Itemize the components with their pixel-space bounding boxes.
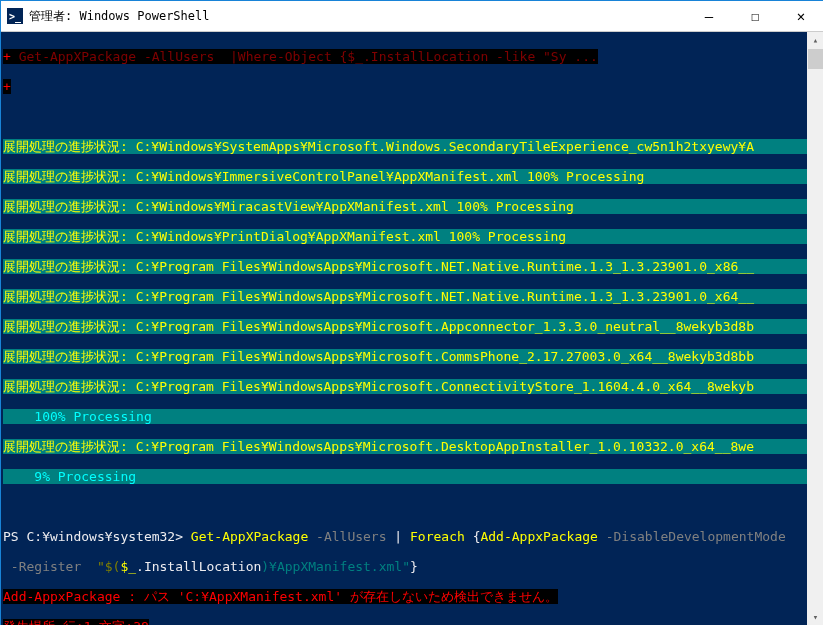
error-plus2: + [3, 79, 11, 94]
progress-line: 展開処理の進捗状況: C:¥Windows¥ImmersiveControlPa… [3, 169, 822, 184]
progress-line: 展開処理の進捗状況: C:¥Program Files¥WindowsApps¥… [3, 379, 822, 394]
cmd: Add-AppxPackage [480, 529, 605, 544]
progress-line: 展開処理の進捗状況: C:¥Program Files¥WindowsApps¥… [3, 289, 822, 304]
scroll-down-button[interactable]: ▾ [807, 609, 823, 625]
flag: -AllUsers [316, 529, 394, 544]
flag: -DisableDevelopmentMode [606, 529, 786, 544]
error-line: Add-AppxPackage : パス 'C:¥AppXManifest.xm… [3, 589, 558, 604]
cmd: Foreach [410, 529, 473, 544]
prop: .InstallLocation [136, 559, 261, 574]
minimize-button[interactable]: — [686, 1, 732, 31]
brace: } [410, 559, 418, 574]
scroll-up-button[interactable]: ▴ [807, 32, 823, 49]
scroll-track[interactable] [807, 49, 823, 609]
window-title: 管理者: Windows PowerShell [29, 8, 686, 25]
pipe: | [394, 529, 410, 544]
ps-prompt: PS C:¥windows¥system32> [3, 529, 191, 544]
close-button[interactable]: ✕ [778, 1, 823, 31]
scroll-thumb[interactable] [808, 49, 823, 69]
error-plus: + [3, 49, 11, 64]
powershell-window: >_ 管理者: Windows PowerShell — ☐ ✕ + Get-A… [0, 0, 823, 625]
flag: -Register [3, 559, 97, 574]
progress-line: 展開処理の進捗状況: C:¥Program Files¥WindowsApps¥… [3, 319, 822, 334]
error-line: 発生場所 行:1 文字:38 [3, 619, 149, 625]
var: $_ [120, 559, 136, 574]
terminal-output[interactable]: + Get-AppXPackage -AllUsers |Where-Objec… [1, 32, 823, 625]
cmd: Get-AppXPackage [191, 529, 316, 544]
string: "$( [97, 559, 120, 574]
string: )¥AppXManifest.xml" [261, 559, 410, 574]
titlebar[interactable]: >_ 管理者: Windows PowerShell — ☐ ✕ [1, 1, 823, 32]
maximize-button[interactable]: ☐ [732, 1, 778, 31]
vertical-scrollbar[interactable]: ▴ ▾ [807, 32, 823, 625]
progress-line: 展開処理の進捗状況: C:¥Program Files¥WindowsApps¥… [3, 259, 822, 274]
progress-line: 100% Processing [3, 409, 822, 424]
app-icon: >_ [7, 8, 23, 24]
progress-line: 展開処理の進捗状況: C:¥Program Files¥WindowsApps¥… [3, 439, 822, 454]
error-topcmd: Get-AppXPackage -AllUsers |Where-Object … [11, 49, 598, 64]
progress-line: 展開処理の進捗状況: C:¥Windows¥PrintDialog¥AppXMa… [3, 229, 822, 244]
progress-line: 展開処理の進捗状況: C:¥Program Files¥WindowsApps¥… [3, 349, 822, 364]
progress-line: 展開処理の進捗状況: C:¥Windows¥SystemApps¥Microso… [3, 139, 822, 154]
progress-line: 9% Processing [3, 469, 822, 484]
progress-line: 展開処理の進捗状況: C:¥Windows¥MiracastView¥AppXM… [3, 199, 822, 214]
